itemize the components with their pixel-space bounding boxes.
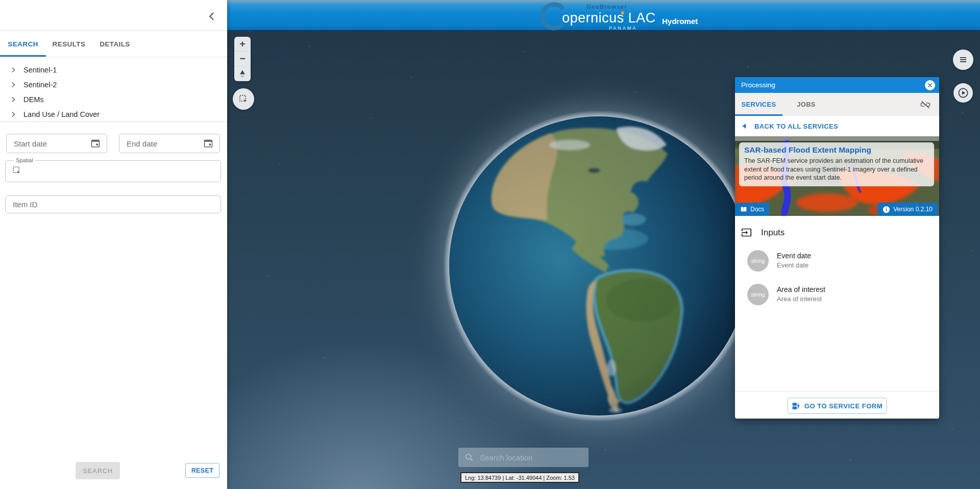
spatial-legend: Spatial bbox=[14, 157, 35, 163]
book-icon bbox=[740, 206, 747, 213]
tree-item-sentinel-1[interactable]: Sentinel-1 bbox=[0, 62, 227, 77]
info-icon bbox=[883, 206, 890, 213]
end-date-field bbox=[119, 134, 220, 153]
version-badge[interactable]: Version 0.2.10 bbox=[877, 203, 938, 216]
item-id-input[interactable] bbox=[12, 200, 214, 209]
zoom-out-button[interactable]: − bbox=[234, 52, 251, 66]
tab-services[interactable]: SERVICES bbox=[735, 93, 782, 116]
start-date-input[interactable] bbox=[13, 139, 90, 149]
service-title: SAR-based Flood Extent Mapping bbox=[744, 145, 929, 155]
input-name: Area of interest bbox=[777, 285, 825, 294]
coordinates-readout: Lng: 13.84739 | Lat: -31.49044 | Zoom: 1… bbox=[460, 472, 579, 483]
tree-item-dems[interactable]: DEMs bbox=[0, 92, 227, 107]
go-to-service-form-button[interactable]: GO TO SERVICE FORM bbox=[788, 398, 887, 414]
sidebar-tabs: SEARCH RESULTS DETAILS bbox=[0, 32, 227, 57]
link-off-icon[interactable] bbox=[920, 99, 931, 110]
input-item-event-date[interactable]: string Event date Event date bbox=[747, 250, 931, 272]
type-badge: string bbox=[747, 284, 769, 305]
docs-badge[interactable]: Docs bbox=[735, 203, 769, 216]
processing-tabs: SERVICES JOBS bbox=[735, 93, 939, 116]
box-select-button[interactable] bbox=[233, 88, 254, 110]
play-icon bbox=[957, 87, 969, 99]
hamburger-icon bbox=[958, 54, 969, 65]
brand-geobrowser: GeoBrowser bbox=[586, 4, 627, 10]
active-tab-indicator bbox=[0, 55, 46, 57]
chevron-right-icon bbox=[10, 66, 17, 74]
collapse-sidebar-icon[interactable] bbox=[207, 11, 217, 21]
zoom-in-button[interactable]: + bbox=[234, 37, 251, 52]
search-location-input[interactable] bbox=[479, 453, 582, 462]
item-id-field bbox=[5, 195, 221, 213]
back-link-label: BACK TO ALL SERVICES bbox=[754, 123, 838, 130]
divider bbox=[0, 121, 227, 122]
spatial-draw-icon[interactable] bbox=[12, 165, 22, 176]
app-header: GeoBrowser opernicus LAC PANAMÁ Hydromet bbox=[227, 0, 980, 31]
tab-results[interactable]: RESULTS bbox=[46, 32, 92, 57]
search-location-box[interactable] bbox=[458, 448, 589, 467]
tab-jobs[interactable]: JOBS bbox=[782, 93, 830, 116]
input-icon bbox=[741, 227, 752, 238]
panel-title: Processing bbox=[741, 81, 925, 89]
sidebar-topbar bbox=[0, 0, 227, 31]
spatial-fieldset: Spatial bbox=[5, 157, 221, 182]
docs-label: Docs bbox=[750, 206, 764, 213]
layers-menu-button[interactable] bbox=[953, 50, 973, 70]
type-badge: string bbox=[747, 250, 769, 272]
search-button[interactable]: SEARCH bbox=[76, 462, 120, 479]
animation-button[interactable] bbox=[953, 83, 973, 103]
chevron-right-icon bbox=[10, 96, 17, 103]
app-name: Hydromet bbox=[662, 17, 698, 26]
brand-country: PANAMÁ bbox=[609, 26, 637, 31]
tab-search[interactable]: SEARCH bbox=[0, 32, 46, 57]
start-date-field bbox=[6, 134, 107, 153]
tree-item-land-use[interactable]: Land Use / Land Cover bbox=[0, 107, 227, 121]
tree-item-label: Sentinel-2 bbox=[23, 81, 57, 89]
cta-label: GO TO SERVICE FORM bbox=[804, 402, 883, 410]
input-name: Event date bbox=[777, 252, 811, 260]
version-label: Version 0.2.10 bbox=[893, 206, 933, 213]
service-description: The SAR-FEM service provides an estimati… bbox=[744, 157, 929, 182]
processing-panel: Processing SERVICES JOBS bbox=[735, 77, 939, 419]
back-to-services-link[interactable]: BACK TO ALL SERVICES bbox=[735, 116, 939, 136]
satellite-dot-icon bbox=[621, 11, 624, 14]
chevron-right-icon bbox=[10, 111, 17, 118]
service-card[interactable]: SAR-based Flood Extent Mapping The SAR-F… bbox=[735, 136, 939, 216]
brand-logo: GeoBrowser opernicus LAC PANAMÁ Hydromet bbox=[533, 0, 702, 31]
tree-item-label: Sentinel-1 bbox=[23, 66, 57, 74]
input-description: Event date bbox=[777, 261, 808, 269]
tilt-arrows-icon bbox=[237, 69, 248, 79]
search-icon bbox=[464, 452, 474, 462]
draw-extent-icon bbox=[238, 94, 249, 104]
close-icon bbox=[927, 82, 933, 88]
inputs-title: Inputs bbox=[761, 228, 785, 238]
tab-details[interactable]: DETAILS bbox=[92, 32, 138, 57]
reset-button[interactable]: RESET bbox=[185, 463, 219, 478]
input-item-area-of-interest[interactable]: string Area of interest Area of interest bbox=[747, 284, 931, 305]
chevron-right-icon bbox=[10, 81, 17, 88]
calendar-icon[interactable] bbox=[203, 138, 213, 149]
geobrowser-app: Lng: 13.84739 | Lat: -31.49044 | Zoom: 1… bbox=[0, 0, 980, 489]
input-description: Area of interest bbox=[777, 295, 822, 303]
divider bbox=[735, 391, 939, 392]
tree-item-label: Land Use / Land Cover bbox=[23, 110, 100, 118]
brand-name: opernicus LAC bbox=[562, 10, 656, 26]
tree-item-sentinel-2[interactable]: Sentinel-2 bbox=[0, 77, 227, 92]
tree-item-label: DEMs bbox=[23, 95, 43, 104]
processing-panel-header[interactable]: Processing bbox=[735, 77, 939, 93]
end-date-input[interactable] bbox=[126, 139, 203, 149]
tilt-reset-button[interactable] bbox=[234, 66, 251, 81]
service-card-overlay: SAR-based Flood Extent Mapping The SAR-F… bbox=[739, 142, 934, 186]
dynamic-form-icon bbox=[792, 402, 800, 410]
calendar-icon[interactable] bbox=[90, 138, 101, 149]
close-panel-button[interactable] bbox=[925, 80, 935, 90]
search-sidebar: SEARCH RESULTS DETAILS Sentinel-1 Sentin… bbox=[0, 0, 227, 489]
earth-globe[interactable] bbox=[443, 110, 754, 422]
inputs-section-header: Inputs bbox=[741, 227, 785, 238]
collection-tree: Sentinel-1 Sentinel-2 DEMs Land Use / La… bbox=[0, 62, 227, 121]
zoom-control: + − bbox=[234, 37, 251, 81]
back-arrow-icon bbox=[742, 123, 746, 129]
